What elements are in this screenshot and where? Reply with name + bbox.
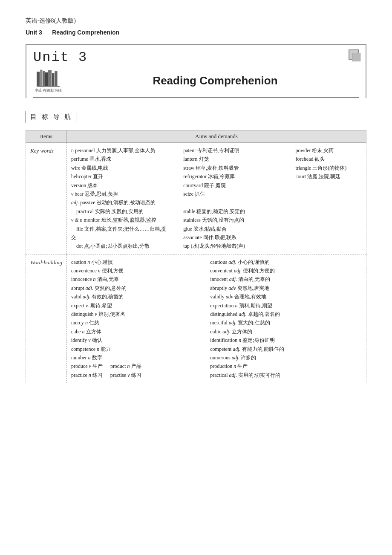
nav-label: 目 标 导 航 xyxy=(26,111,77,123)
row-label-wordbuilding: Word-building xyxy=(26,254,67,383)
sub-title-text: Reading Comprehenion xyxy=(52,29,119,36)
sub-heading: Unit 3 Reading Comprehenion xyxy=(26,29,366,36)
svg-rect-4 xyxy=(48,70,52,86)
top-title: 英语·选修8(人教版) xyxy=(26,17,366,25)
svg-rect-7 xyxy=(37,86,60,87)
svg-rect-3 xyxy=(45,72,48,86)
svg-rect-2 xyxy=(43,71,45,86)
col-items: Items xyxy=(26,130,67,143)
wordbuilding-content: caution n 小心,谨慎 convenience n 便利,方便 inno… xyxy=(66,254,366,383)
unit-number: Unit 3 xyxy=(33,49,87,65)
nav-section: 目 标 导 航 xyxy=(26,111,366,123)
keywords-content: n personnel 人力资源,人事部,全体人员 perfume 香水,香珠 … xyxy=(66,143,366,254)
svg-rect-5 xyxy=(52,73,54,87)
sub-unit: Unit 3 xyxy=(26,29,42,36)
book-illustration: 书山有路勤为径 xyxy=(33,68,63,93)
reading-comprehension-title: Reading Comprehenion xyxy=(72,74,359,87)
svg-rect-0 xyxy=(37,72,40,86)
table-row: Word-building caution n 小心,谨慎 convenienc… xyxy=(26,254,366,383)
svg-rect-1 xyxy=(40,70,42,87)
window-icon xyxy=(349,49,359,60)
row-label-keywords: Key words xyxy=(26,143,67,254)
book-caption: 书山有路勤为径 xyxy=(35,88,62,93)
table-row: Key words n personnel 人力资源,人事部,全体人员 perf… xyxy=(26,143,366,254)
svg-rect-6 xyxy=(55,71,57,86)
col-aims: Aims and demands xyxy=(66,130,366,143)
unit-header-card: Unit 3 书山有路勤为径 Reading Comprehenion xyxy=(26,44,366,98)
aims-table: Items Aims and demands Key words n perso… xyxy=(26,130,366,383)
